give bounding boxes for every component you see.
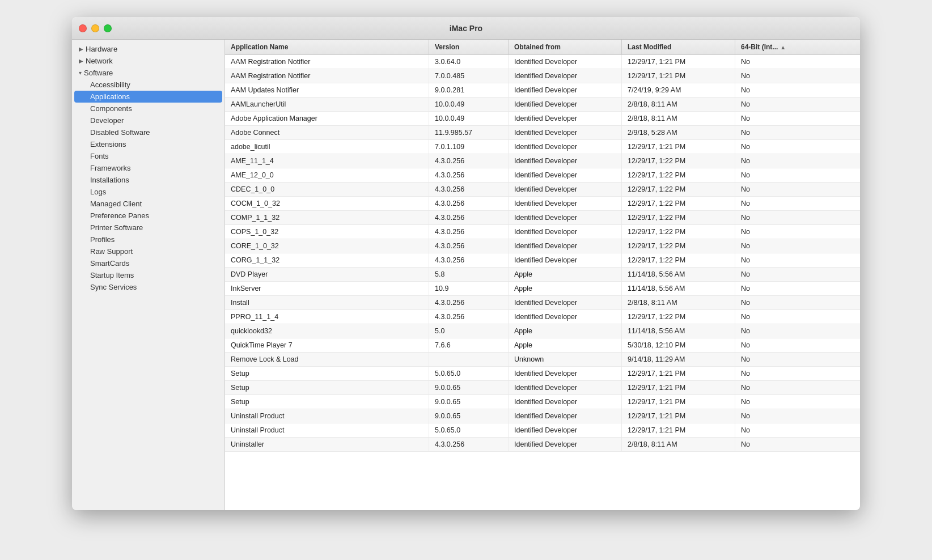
table-cell-modified: 12/29/17, 1:22 PM	[622, 183, 735, 196]
col-header-version[interactable]: Version	[429, 40, 509, 54]
sidebar-item-label: Accessibility	[90, 80, 130, 89]
table-cell-app-name: Install	[225, 296, 429, 309]
chevron-right-icon: ▶	[79, 58, 83, 64]
sidebar-item-label: Network	[86, 57, 113, 65]
table-cell-modified: 2/8/18, 8:11 AM	[622, 112, 735, 125]
sidebar-item-fonts[interactable]: Fonts	[74, 150, 222, 162]
table-cell-obtained: Identified Developer	[509, 197, 622, 210]
table-row[interactable]: CORE_1_0_324.3.0.256Identified Developer…	[225, 239, 860, 253]
chevron-down-icon: ▾	[79, 70, 82, 76]
sidebar-item-profiles[interactable]: Profiles	[74, 234, 222, 245]
sidebar-item-label: Preference Panes	[90, 211, 149, 220]
table-row[interactable]: PPRO_11_1_44.3.0.256Identified Developer…	[225, 310, 860, 324]
table-row[interactable]: Setup9.0.0.65Identified Developer12/29/1…	[225, 395, 860, 409]
minimize-button[interactable]	[91, 24, 99, 32]
table-cell-64bit: No	[735, 268, 860, 281]
table-row[interactable]: Setup5.0.65.0Identified Developer12/29/1…	[225, 367, 860, 381]
sidebar-item-printer-software[interactable]: Printer Software	[74, 222, 222, 234]
table-cell-version: 4.3.0.256	[429, 183, 509, 196]
table-row[interactable]: CORG_1_1_324.3.0.256Identified Developer…	[225, 253, 860, 268]
table-cell-obtained: Identified Developer	[509, 154, 622, 168]
col-header-app-name[interactable]: Application Name	[225, 40, 429, 54]
sidebar-item-startup-items[interactable]: Startup Items	[74, 269, 222, 281]
table-row[interactable]: Uninstall Product9.0.0.65Identified Deve…	[225, 409, 860, 423]
sidebar-item-software[interactable]: ▾Software	[74, 67, 222, 79]
table-row[interactable]: Adobe Connect11.9.985.57Identified Devel…	[225, 126, 860, 140]
sidebar-item-frameworks[interactable]: Frameworks	[74, 162, 222, 174]
sidebar-item-network[interactable]: ▶Network	[74, 55, 222, 67]
table-cell-obtained: Identified Developer	[509, 83, 622, 97]
table-cell-modified: 2/8/18, 8:11 AM	[622, 97, 735, 111]
sidebar-item-installations[interactable]: Installations	[74, 174, 222, 186]
table-cell-app-name: Setup	[225, 381, 429, 394]
table-cell-app-name: AAMLauncherUtil	[225, 97, 429, 111]
table-row[interactable]: Setup9.0.0.65Identified Developer12/29/1…	[225, 381, 860, 395]
table-cell-64bit: No	[735, 197, 860, 210]
content-area: ▶Hardware▶Network▾SoftwareAccessibilityA…	[72, 40, 860, 510]
table-cell-64bit: No	[735, 253, 860, 267]
table-row[interactable]: Uninstall Product5.0.65.0Identified Deve…	[225, 423, 860, 438]
table-row[interactable]: AAM Registration Notifier7.0.0.485Identi…	[225, 69, 860, 83]
table-cell-modified: 12/29/17, 1:21 PM	[622, 367, 735, 380]
table-cell-obtained: Unknown	[509, 353, 622, 366]
table-cell-app-name: CDEC_1_0_0	[225, 183, 429, 196]
sidebar-item-raw-support[interactable]: Raw Support	[74, 245, 222, 257]
table-row[interactable]: CDEC_1_0_04.3.0.256Identified Developer1…	[225, 183, 860, 197]
table-row[interactable]: AME_11_1_44.3.0.256Identified Developer1…	[225, 154, 860, 168]
sidebar-item-developer[interactable]: Developer	[74, 114, 222, 126]
table-row[interactable]: COMP_1_1_324.3.0.256Identified Developer…	[225, 211, 860, 225]
col-header-obtained-from[interactable]: Obtained from	[509, 40, 622, 54]
sidebar-item-label: Startup Items	[90, 271, 134, 279]
table-row[interactable]: Uninstaller4.3.0.256Identified Developer…	[225, 438, 860, 452]
table-cell-app-name: CORG_1_1_32	[225, 253, 429, 267]
sidebar-item-logs[interactable]: Logs	[74, 186, 222, 198]
table-row[interactable]: AME_12_0_04.3.0.256Identified Developer1…	[225, 168, 860, 183]
table-cell-version: 4.3.0.256	[429, 438, 509, 451]
table-cell-obtained: Identified Developer	[509, 296, 622, 309]
table-cell-obtained: Identified Developer	[509, 310, 622, 324]
table-cell-obtained: Identified Developer	[509, 69, 622, 83]
table-cell-obtained: Identified Developer	[509, 126, 622, 139]
sidebar-item-extensions[interactable]: Extensions	[74, 138, 222, 150]
sidebar-item-disabled-software[interactable]: Disabled Software	[74, 126, 222, 138]
table-cell-64bit: No	[735, 438, 860, 451]
table-cell-app-name: AME_12_0_0	[225, 168, 429, 182]
table-row[interactable]: AAMLauncherUtil10.0.0.49Identified Devel…	[225, 97, 860, 112]
table-cell-obtained: Identified Developer	[509, 183, 622, 196]
col-header-last-modified[interactable]: Last Modified	[622, 40, 735, 54]
table-row[interactable]: Install4.3.0.256Identified Developer2/8/…	[225, 296, 860, 310]
table-cell-version: 5.8	[429, 268, 509, 281]
table-cell-app-name: Setup	[225, 367, 429, 380]
table-row[interactable]: quicklookd325.0Apple11/14/18, 5:56 AMNo	[225, 324, 860, 338]
table-row[interactable]: QuickTime Player 77.6.6Apple5/30/18, 12:…	[225, 338, 860, 353]
sidebar-item-managed-client[interactable]: Managed Client	[74, 198, 222, 210]
window-title: iMac Pro	[450, 24, 482, 33]
table-cell-app-name: Remove Lock & Load	[225, 353, 429, 366]
table-row[interactable]: InkServer10.9Apple11/14/18, 5:56 AMNo	[225, 282, 860, 296]
sidebar-item-sync-services[interactable]: Sync Services	[74, 281, 222, 293]
sidebar-item-hardware[interactable]: ▶Hardware	[74, 43, 222, 55]
table-row[interactable]: AAM Registration Notifier3.0.64.0Identif…	[225, 55, 860, 69]
maximize-button[interactable]	[104, 24, 112, 32]
table-row[interactable]: adobe_licutil7.0.1.109Identified Develop…	[225, 140, 860, 154]
sidebar-item-components[interactable]: Components	[74, 103, 222, 114]
table-cell-app-name: COPS_1_0_32	[225, 225, 429, 239]
sidebar-item-label: Printer Software	[90, 223, 143, 232]
table-row[interactable]: AAM Updates Notifier9.0.0.281Identified …	[225, 83, 860, 97]
table-cell-version: 7.0.1.109	[429, 140, 509, 154]
table-row[interactable]: COPS_1_0_324.3.0.256Identified Developer…	[225, 225, 860, 239]
table-row[interactable]: DVD Player5.8Apple11/14/18, 5:56 AMNo	[225, 268, 860, 282]
col-header-64bit[interactable]: 64-Bit (Int... ▲	[735, 40, 860, 54]
sidebar-item-label: Disabled Software	[90, 128, 150, 137]
table-row[interactable]: COCM_1_0_324.3.0.256Identified Developer…	[225, 197, 860, 211]
table-cell-version: 3.0.64.0	[429, 55, 509, 69]
table-row[interactable]: Remove Lock & LoadUnknown9/14/18, 11:29 …	[225, 353, 860, 367]
sidebar-item-smartcards[interactable]: SmartCards	[74, 257, 222, 269]
sidebar-item-accessibility[interactable]: Accessibility	[74, 79, 222, 91]
close-button[interactable]	[79, 24, 87, 32]
table-cell-64bit: No	[735, 154, 860, 168]
table-cell-64bit: No	[735, 211, 860, 224]
sidebar-item-preference-panes[interactable]: Preference Panes	[74, 210, 222, 222]
table-row[interactable]: Adobe Application Manager10.0.0.49Identi…	[225, 112, 860, 126]
sidebar-item-applications[interactable]: Applications	[74, 91, 222, 103]
